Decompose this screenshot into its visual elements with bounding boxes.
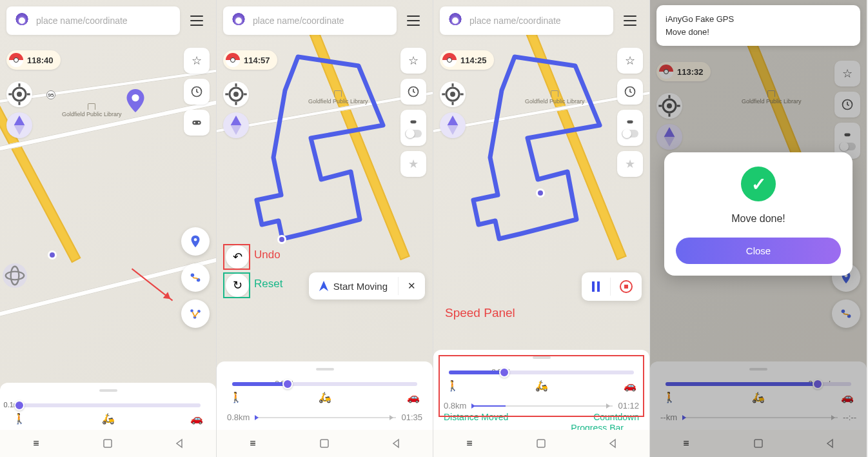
sheet-handle[interactable]	[99, 389, 117, 392]
compass-button[interactable]	[223, 112, 249, 138]
locate-button[interactable]	[6, 81, 32, 107]
speed-sheet: 8.8m/s 🚶🛵🚗 Progress Bar 0.8km 01:12 Dist…	[433, 350, 649, 430]
svg-rect-37	[755, 440, 762, 447]
start-moving-label: Start Moving	[333, 281, 388, 292]
reset-button[interactable]: ↻	[226, 274, 249, 297]
route-start-dot	[277, 235, 286, 244]
check-icon: ✓	[741, 167, 776, 201]
svg-point-19	[235, 93, 238, 96]
home-button[interactable]	[535, 438, 547, 449]
speed-sheet: 24.4m/s 🚶🛵🚗 --km --:--	[650, 361, 867, 430]
slider-thumb[interactable]	[282, 379, 293, 389]
rotate-3d-button[interactable]	[3, 263, 27, 288]
toggle-switch[interactable]	[622, 130, 638, 137]
distance-value: --km	[660, 412, 677, 422]
pause-button[interactable]	[582, 273, 610, 300]
close-button[interactable]: Close	[676, 238, 841, 264]
progress-row: 0.8km 01:12	[444, 401, 639, 411]
timer-value: 113:32	[677, 67, 703, 77]
sheet-handle[interactable]	[533, 356, 551, 359]
compass-button[interactable]	[440, 112, 466, 138]
current-position-dot	[536, 188, 545, 198]
panel-4: Goldfield Public Library 113:32 ☆ 24.4m/…	[650, 0, 867, 457]
cooldown-timer: 114:57	[223, 50, 277, 70]
locate-button[interactable]	[223, 81, 249, 107]
joystick-toggle-button[interactable]	[617, 110, 643, 146]
recent-apps-button[interactable]: ≡	[464, 438, 475, 449]
svg-point-3	[193, 122, 195, 124]
teleport-mode-button[interactable]	[181, 227, 210, 256]
history-button[interactable]	[617, 79, 643, 105]
cooldown-timer: 113:32	[656, 62, 711, 81]
menu-button[interactable]	[617, 6, 643, 35]
menu-button[interactable]	[184, 6, 210, 35]
speed-slider[interactable]	[449, 371, 634, 374]
star-disabled-button[interactable]: ★	[400, 151, 426, 177]
back-button[interactable]	[607, 438, 619, 449]
start-moving-button[interactable]: Start Moving	[309, 273, 398, 300]
search-input[interactable]	[469, 15, 606, 26]
undo-button[interactable]: ↶	[226, 245, 249, 269]
stop-button[interactable]	[611, 272, 642, 301]
walk-icon: 🚶	[230, 391, 242, 403]
compass-button	[656, 124, 682, 150]
search-input[interactable]	[253, 15, 389, 26]
multi-spot-mode-button[interactable]	[181, 300, 210, 328]
countdown-value: 01:12	[618, 401, 639, 411]
favorite-button[interactable]: ☆	[400, 48, 426, 74]
history-button[interactable]	[184, 79, 210, 105]
road-highway	[0, 41, 81, 263]
svg-point-4	[198, 122, 200, 124]
history-button	[834, 92, 860, 117]
svg-rect-15	[104, 440, 112, 447]
timer-value: 114:57	[244, 56, 270, 65]
favorite-button[interactable]: ☆	[184, 48, 210, 74]
svg-rect-17	[410, 121, 416, 124]
history-button[interactable]	[400, 79, 426, 105]
speed-slider[interactable]	[15, 403, 201, 407]
slider-thumb[interactable]	[14, 400, 25, 411]
recent-apps-button[interactable]: ≡	[680, 438, 692, 449]
home-button[interactable]	[319, 438, 330, 449]
right-button-column: ☆	[834, 61, 860, 159]
recent-apps-button[interactable]: ≡	[30, 438, 42, 449]
current-location-dot	[48, 250, 57, 259]
annotation-countdown: Countdown	[593, 412, 639, 422]
svg-point-8	[11, 267, 19, 285]
timer-value: 114:25	[460, 56, 486, 65]
countdown-value: --:--	[843, 412, 856, 422]
close-button[interactable]: ✕	[399, 272, 425, 300]
two-spot-mode-button[interactable]	[181, 263, 210, 292]
speed-slider[interactable]	[232, 382, 417, 386]
compass-button[interactable]	[6, 112, 32, 138]
locate-button[interactable]	[440, 81, 466, 107]
star-disabled-button[interactable]: ★	[617, 151, 643, 177]
toggle-switch[interactable]	[405, 130, 422, 137]
svg-point-10	[191, 274, 195, 278]
mode-fab-column	[181, 227, 210, 328]
locate-button	[656, 93, 682, 119]
back-button[interactable]	[391, 438, 402, 449]
joystick-button[interactable]	[184, 110, 210, 136]
back-button[interactable]	[174, 438, 186, 449]
bike-icon: 🛵	[752, 391, 765, 403]
favorite-button[interactable]: ☆	[617, 48, 643, 74]
joystick-toggle-button[interactable]	[400, 110, 426, 146]
panel-1: Goldfield Public Library 95 118:40 ☆ 0.1…	[0, 0, 217, 457]
two-spot-mode-button	[832, 300, 860, 328]
system-nav-bar: ≡	[0, 430, 216, 457]
notification-toast[interactable]: iAnyGo Fake GPS Move done!	[656, 5, 860, 46]
slider-thumb	[813, 379, 823, 389]
sheet-handle[interactable]	[316, 368, 334, 371]
home-button[interactable]	[753, 438, 764, 449]
search-input[interactable]	[36, 15, 172, 26]
svg-point-0	[132, 94, 139, 101]
slider-thumb[interactable]	[499, 367, 509, 378]
bike-icon: 🛵	[535, 380, 548, 392]
panel-2: Goldfield Public Library 114:57 ☆ ★ ↶ ↻ …	[217, 0, 433, 457]
home-button[interactable]	[102, 438, 113, 449]
back-button[interactable]	[825, 438, 836, 449]
menu-button[interactable]	[400, 6, 426, 35]
recent-apps-button[interactable]: ≡	[247, 438, 259, 449]
sheet-handle	[749, 368, 767, 371]
